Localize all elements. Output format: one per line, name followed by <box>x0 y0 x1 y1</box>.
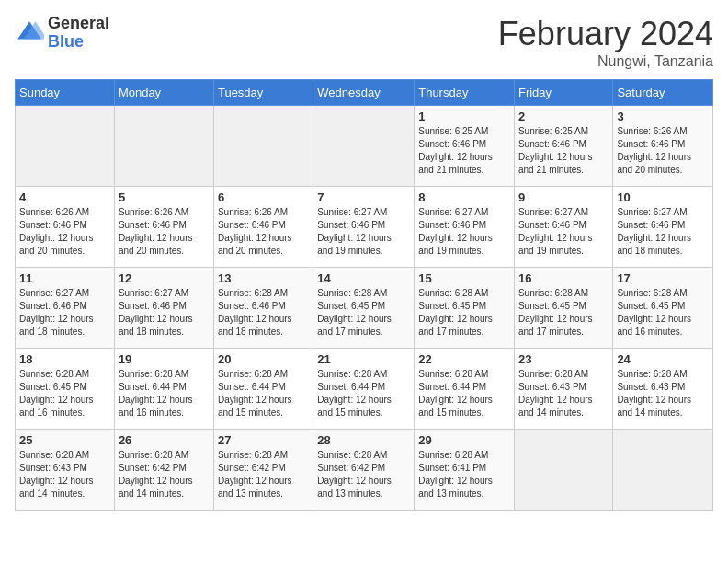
calendar-cell: 26Sunrise: 6:28 AMSunset: 6:42 PMDayligh… <box>114 430 213 511</box>
day-info: Sunrise: 6:28 AMSunset: 6:41 PMDaylight:… <box>418 449 510 500</box>
day-number: 20 <box>218 352 309 366</box>
calendar-header-row: SundayMondayTuesdayWednesdayThursdayFrid… <box>16 80 713 106</box>
calendar-cell: 13Sunrise: 6:28 AMSunset: 6:46 PMDayligh… <box>213 268 313 349</box>
day-info: Sunrise: 6:27 AMSunset: 6:46 PMDaylight:… <box>617 206 709 258</box>
day-number: 14 <box>317 271 410 285</box>
calendar-week-4: 18Sunrise: 6:28 AMSunset: 6:45 PMDayligh… <box>16 349 713 430</box>
calendar-cell: 29Sunrise: 6:28 AMSunset: 6:41 PMDayligh… <box>415 430 515 511</box>
day-info: Sunrise: 6:28 AMSunset: 6:45 PMDaylight:… <box>418 287 510 339</box>
day-info: Sunrise: 6:26 AMSunset: 6:46 PMDaylight:… <box>218 206 309 258</box>
day-info: Sunrise: 6:27 AMSunset: 6:46 PMDaylight:… <box>518 206 609 258</box>
day-header-tuesday: Tuesday <box>213 80 313 106</box>
day-number: 3 <box>617 109 709 123</box>
calendar-cell: 11Sunrise: 6:27 AMSunset: 6:46 PMDayligh… <box>16 268 115 349</box>
day-header-wednesday: Wednesday <box>313 80 415 106</box>
month-title: February 2024 <box>498 15 713 53</box>
calendar-cell: 28Sunrise: 6:28 AMSunset: 6:42 PMDayligh… <box>313 430 415 511</box>
day-number: 13 <box>218 271 309 285</box>
calendar-cell: 12Sunrise: 6:27 AMSunset: 6:46 PMDayligh… <box>114 268 213 349</box>
day-number: 5 <box>119 190 210 204</box>
calendar-week-2: 4Sunrise: 6:26 AMSunset: 6:46 PMDaylight… <box>16 187 713 268</box>
day-number: 8 <box>418 190 510 204</box>
day-number: 19 <box>119 352 210 366</box>
day-number: 1 <box>418 109 510 123</box>
logo-blue-text: Blue <box>48 33 109 52</box>
calendar-cell: 1Sunrise: 6:25 AMSunset: 6:46 PMDaylight… <box>415 106 515 187</box>
calendar-cell: 21Sunrise: 6:28 AMSunset: 6:44 PMDayligh… <box>313 349 415 430</box>
day-number: 29 <box>418 433 510 447</box>
day-info: Sunrise: 6:28 AMSunset: 6:44 PMDaylight:… <box>119 368 210 419</box>
day-info: Sunrise: 6:25 AMSunset: 6:46 PMDaylight:… <box>518 125 609 177</box>
day-header-thursday: Thursday <box>415 80 515 106</box>
calendar-cell: 9Sunrise: 6:27 AMSunset: 6:46 PMDaylight… <box>514 187 612 268</box>
day-number: 26 <box>119 433 210 447</box>
calendar-cell: 24Sunrise: 6:28 AMSunset: 6:43 PMDayligh… <box>613 349 713 430</box>
logo-general-text: General <box>48 15 109 33</box>
day-number: 15 <box>418 271 510 285</box>
calendar-cell <box>213 106 313 187</box>
day-info: Sunrise: 6:28 AMSunset: 6:43 PMDaylight:… <box>518 368 609 419</box>
day-number: 9 <box>518 190 609 204</box>
calendar-cell <box>16 106 115 187</box>
day-info: Sunrise: 6:26 AMSunset: 6:46 PMDaylight:… <box>119 206 210 258</box>
day-info: Sunrise: 6:28 AMSunset: 6:46 PMDaylight:… <box>218 287 309 339</box>
calendar-table: SundayMondayTuesdayWednesdayThursdayFrid… <box>15 79 713 511</box>
logo: General Blue <box>15 15 109 52</box>
calendar-cell: 3Sunrise: 6:26 AMSunset: 6:46 PMDaylight… <box>613 106 713 187</box>
day-info: Sunrise: 6:28 AMSunset: 6:42 PMDaylight:… <box>218 449 309 500</box>
calendar-cell: 5Sunrise: 6:26 AMSunset: 6:46 PMDaylight… <box>114 187 213 268</box>
calendar-cell: 16Sunrise: 6:28 AMSunset: 6:45 PMDayligh… <box>514 268 612 349</box>
day-header-monday: Monday <box>114 80 213 106</box>
day-info: Sunrise: 6:27 AMSunset: 6:46 PMDaylight:… <box>19 287 110 339</box>
calendar-cell: 14Sunrise: 6:28 AMSunset: 6:45 PMDayligh… <box>313 268 415 349</box>
day-info: Sunrise: 6:28 AMSunset: 6:43 PMDaylight:… <box>19 449 110 500</box>
calendar-cell: 2Sunrise: 6:25 AMSunset: 6:46 PMDaylight… <box>514 106 612 187</box>
day-info: Sunrise: 6:27 AMSunset: 6:46 PMDaylight:… <box>317 206 410 258</box>
logo-icon <box>15 18 44 48</box>
title-block: February 2024 Nungwi, Tanzania <box>498 15 713 70</box>
calendar-cell: 18Sunrise: 6:28 AMSunset: 6:45 PMDayligh… <box>16 349 115 430</box>
calendar-cell: 10Sunrise: 6:27 AMSunset: 6:46 PMDayligh… <box>613 187 713 268</box>
day-number: 23 <box>518 352 609 366</box>
day-header-sunday: Sunday <box>16 80 115 106</box>
calendar-cell: 23Sunrise: 6:28 AMSunset: 6:43 PMDayligh… <box>514 349 612 430</box>
calendar-cell: 22Sunrise: 6:28 AMSunset: 6:44 PMDayligh… <box>415 349 515 430</box>
calendar-cell: 27Sunrise: 6:28 AMSunset: 6:42 PMDayligh… <box>213 430 313 511</box>
calendar-week-1: 1Sunrise: 6:25 AMSunset: 6:46 PMDaylight… <box>16 106 713 187</box>
day-info: Sunrise: 6:28 AMSunset: 6:44 PMDaylight:… <box>418 368 510 419</box>
calendar-cell: 17Sunrise: 6:28 AMSunset: 6:45 PMDayligh… <box>613 268 713 349</box>
day-info: Sunrise: 6:28 AMSunset: 6:42 PMDaylight:… <box>317 449 410 500</box>
day-info: Sunrise: 6:26 AMSunset: 6:46 PMDaylight:… <box>19 206 110 258</box>
day-info: Sunrise: 6:28 AMSunset: 6:44 PMDaylight:… <box>218 368 309 419</box>
day-number: 24 <box>617 352 709 366</box>
day-number: 16 <box>518 271 609 285</box>
logo-text: General Blue <box>48 15 109 52</box>
day-number: 28 <box>317 433 410 447</box>
day-info: Sunrise: 6:28 AMSunset: 6:42 PMDaylight:… <box>119 449 210 500</box>
calendar-cell <box>114 106 213 187</box>
calendar-week-5: 25Sunrise: 6:28 AMSunset: 6:43 PMDayligh… <box>16 430 713 511</box>
day-header-friday: Friday <box>514 80 612 106</box>
day-info: Sunrise: 6:26 AMSunset: 6:46 PMDaylight:… <box>617 125 709 177</box>
day-info: Sunrise: 6:28 AMSunset: 6:44 PMDaylight:… <box>317 368 410 419</box>
day-number: 6 <box>218 190 309 204</box>
day-info: Sunrise: 6:28 AMSunset: 6:45 PMDaylight:… <box>317 287 410 339</box>
calendar-cell: 19Sunrise: 6:28 AMSunset: 6:44 PMDayligh… <box>114 349 213 430</box>
day-info: Sunrise: 6:28 AMSunset: 6:45 PMDaylight:… <box>617 287 709 339</box>
day-header-saturday: Saturday <box>613 80 713 106</box>
day-info: Sunrise: 6:27 AMSunset: 6:46 PMDaylight:… <box>119 287 210 339</box>
page-header: General Blue February 2024 Nungwi, Tanza… <box>15 15 713 70</box>
day-info: Sunrise: 6:25 AMSunset: 6:46 PMDaylight:… <box>418 125 510 177</box>
calendar-cell: 15Sunrise: 6:28 AMSunset: 6:45 PMDayligh… <box>415 268 515 349</box>
calendar-cell <box>613 430 713 511</box>
day-number: 17 <box>617 271 709 285</box>
calendar-week-3: 11Sunrise: 6:27 AMSunset: 6:46 PMDayligh… <box>16 268 713 349</box>
day-number: 27 <box>218 433 309 447</box>
day-number: 18 <box>19 352 110 366</box>
day-info: Sunrise: 6:27 AMSunset: 6:46 PMDaylight:… <box>418 206 510 258</box>
day-info: Sunrise: 6:28 AMSunset: 6:45 PMDaylight:… <box>518 287 609 339</box>
location: Nungwi, Tanzania <box>498 53 713 70</box>
calendar-cell: 8Sunrise: 6:27 AMSunset: 6:46 PMDaylight… <box>415 187 515 268</box>
day-number: 2 <box>518 109 609 123</box>
day-number: 22 <box>418 352 510 366</box>
